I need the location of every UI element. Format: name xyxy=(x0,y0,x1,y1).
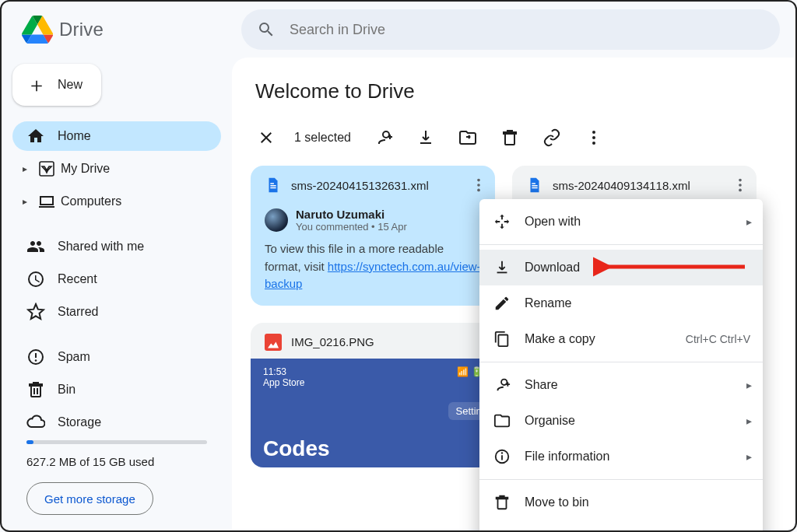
svg-point-6 xyxy=(477,184,480,187)
ctx-file-info[interactable]: File information ▸ xyxy=(479,439,763,474)
delete-icon[interactable] xyxy=(500,128,519,147)
svg-point-4 xyxy=(592,142,595,145)
selected-count: 1 selected xyxy=(294,131,351,145)
ctx-not-helpful[interactable]: Not a helpful suggestion xyxy=(479,520,763,532)
sidebar-item-my-drive[interactable]: ▸ My Drive xyxy=(12,154,221,184)
svg-point-8 xyxy=(739,179,742,182)
ctx-rename[interactable]: Rename xyxy=(479,285,763,321)
ctx-label: Download xyxy=(525,261,580,275)
sidebar-item-home[interactable]: Home xyxy=(12,121,221,151)
svg-point-3 xyxy=(592,136,595,139)
rename-icon xyxy=(493,295,511,312)
search-bar[interactable] xyxy=(241,9,780,50)
sidebar-item-label: Spam xyxy=(58,350,90,364)
sidebar-item-recent[interactable]: Recent xyxy=(12,264,221,294)
card-more-icon[interactable] xyxy=(732,177,749,194)
preview-app: App Store xyxy=(263,377,483,388)
sidebar-item-spam[interactable]: Spam xyxy=(12,342,221,372)
commenter-subline: You commented • 15 Apr xyxy=(296,221,407,233)
brand-name: Drive xyxy=(59,19,104,40)
share-icon xyxy=(493,376,511,394)
svg-point-2 xyxy=(592,131,595,134)
download-icon xyxy=(493,259,511,276)
sidebar-item-computers[interactable]: ▸ Computers xyxy=(12,187,221,216)
ctx-open-with[interactable]: Open with ▸ xyxy=(479,204,763,240)
computers-icon xyxy=(37,192,56,211)
image-preview: 11:53 📶 🔋 App Store Setting Codes xyxy=(251,359,495,467)
file-card-image[interactable]: IMG_0216.PNG 11:53 📶 🔋 App Store Setting… xyxy=(251,323,495,467)
ctx-organise[interactable]: Organise ▸ xyxy=(479,403,763,439)
ctx-download[interactable]: Download xyxy=(479,250,763,285)
ctx-label: Make a copy xyxy=(525,332,595,346)
caret-icon: ▸ xyxy=(17,196,33,207)
folder-icon xyxy=(493,412,511,429)
ctx-move-to-bin[interactable]: Move to bin xyxy=(479,485,763,520)
file-card-selected[interactable]: sms-20240415132631.xml Naruto Uzumaki Yo… xyxy=(251,166,495,306)
trash-icon xyxy=(493,494,511,511)
sidebar-item-label: Shared with me xyxy=(58,240,144,254)
brand[interactable]: Drive xyxy=(11,14,241,45)
ctx-share[interactable]: Share ▸ xyxy=(479,367,763,403)
file-name: sms-20240415132631.xml xyxy=(291,179,461,192)
chevron-right-icon: ▸ xyxy=(746,415,752,427)
svg-point-7 xyxy=(477,189,480,192)
preview-title: Codes xyxy=(263,436,330,461)
sidebar-item-label: Starred xyxy=(58,305,98,319)
svg-point-10 xyxy=(739,189,742,192)
file-name: IMG_0216.PNG xyxy=(291,335,487,348)
copy-icon xyxy=(493,331,511,348)
ctx-shortcut: Ctrl+C Ctrl+V xyxy=(686,333,750,345)
ctx-label: File information xyxy=(525,450,609,464)
storage-meter: 627.2 MB of 15 GB used Get more storage xyxy=(26,440,207,515)
move-icon[interactable] xyxy=(458,128,477,147)
comment-block: Naruto Uzumaki You commented • 15 Apr To… xyxy=(251,201,495,306)
close-icon[interactable] xyxy=(257,128,276,147)
header: Drive xyxy=(2,2,795,58)
page-title: Welcome to Drive xyxy=(255,79,794,103)
bin-icon xyxy=(26,380,45,399)
ctx-label: Organise xyxy=(525,414,575,428)
link-icon[interactable] xyxy=(542,128,561,147)
more-icon[interactable] xyxy=(585,128,603,147)
file-icon xyxy=(526,177,543,194)
svg-point-9 xyxy=(739,184,742,187)
preview-time: 11:53 xyxy=(263,366,286,377)
ctx-label: Rename xyxy=(525,296,571,310)
drive-icon xyxy=(37,159,56,178)
sidebar-item-starred[interactable]: Starred xyxy=(12,297,221,327)
storage-icon xyxy=(26,413,45,432)
sidebar-item-label: Home xyxy=(58,129,91,143)
share-person-icon[interactable] xyxy=(374,128,393,147)
drive-logo-icon xyxy=(22,14,53,45)
file-name: sms-20240409134118.xml xyxy=(553,179,722,192)
chevron-right-icon: ▸ xyxy=(746,450,752,463)
search-input[interactable] xyxy=(288,21,764,39)
shared-icon xyxy=(26,237,45,256)
sidebar-item-label: Storage xyxy=(58,415,101,429)
sidebar-item-label: My Drive xyxy=(61,162,110,176)
sidebar-item-shared[interactable]: Shared with me xyxy=(12,232,221,261)
image-file-icon xyxy=(265,334,282,351)
new-button[interactable]: ＋ New xyxy=(12,64,101,106)
download-icon[interactable] xyxy=(416,128,435,147)
chevron-right-icon: ▸ xyxy=(746,215,752,228)
file-icon xyxy=(265,177,282,194)
preview-status-icons: 📶 🔋 xyxy=(457,366,483,377)
selection-toolbar: 1 selected xyxy=(251,125,794,150)
context-menu: Open with ▸ Download Rename Make a copy … xyxy=(479,199,763,532)
card-more-icon[interactable] xyxy=(470,177,487,194)
svg-point-5 xyxy=(477,179,480,182)
sidebar-item-label: Recent xyxy=(58,272,97,286)
new-label: New xyxy=(58,78,83,92)
sidebar-item-bin[interactable]: Bin xyxy=(12,375,221,404)
svg-point-1 xyxy=(35,359,37,362)
chevron-right-icon: ▸ xyxy=(746,379,752,391)
ctx-label: Move to bin xyxy=(525,495,589,509)
svg-point-12 xyxy=(501,452,503,453)
storage-text: 627.2 MB of 15 GB used xyxy=(26,455,207,468)
get-more-storage-button[interactable]: Get more storage xyxy=(26,482,153,515)
ctx-make-copy[interactable]: Make a copy Ctrl+C Ctrl+V xyxy=(479,321,763,357)
comment-body: To view this file in a more readable for… xyxy=(265,240,481,293)
sidebar: ＋ New Home ▸ My Drive ▸ Computers Shared… xyxy=(2,58,232,530)
sidebar-item-storage[interactable]: Storage xyxy=(12,408,221,437)
